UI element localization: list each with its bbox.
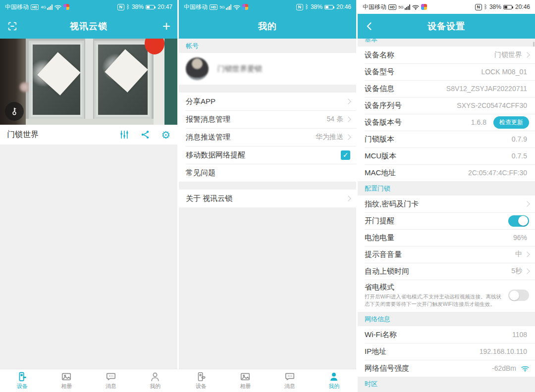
toggle-on[interactable]: [508, 215, 529, 227]
back-chevron-icon: [365, 21, 374, 31]
tab-label: 相册: [240, 383, 251, 390]
tab-messages[interactable]: 消息: [89, 369, 133, 392]
chevron-right-icon: [524, 268, 530, 274]
tab-mine[interactable]: 我的: [133, 369, 178, 392]
message-bubble-icon: [106, 371, 116, 382]
setting-firmware-version[interactable]: 设备版本号 1.6.8 检查更新: [358, 114, 535, 131]
setting-lock-version[interactable]: 门锁版本 0.7.9: [358, 131, 535, 147]
setting-power-save-mode[interactable]: 省电模式 打开后WiFi进入省电模式,不支持主动远程视频连接。离线状态下关闭需要…: [358, 280, 535, 312]
clock-label: 20:47: [158, 3, 172, 10]
setting-device-name[interactable]: 设备名称 门锁世界: [358, 47, 535, 63]
list-item-share-app[interactable]: 分享APP: [179, 93, 356, 110]
scan-icon: [7, 21, 18, 32]
emoji-app-icon: [242, 4, 248, 10]
emoji-app-icon: [63, 4, 69, 10]
setting-fingerprint-password-card[interactable]: 指纹,密码及门卡: [358, 196, 535, 212]
wifi-icon: [54, 4, 61, 10]
camera-preview[interactable]: [0, 39, 177, 125]
tab-messages[interactable]: 消息: [268, 369, 312, 392]
tab-album[interactable]: 相册: [45, 369, 89, 392]
scan-button[interactable]: [7, 14, 18, 39]
profile-name: 门锁世界爱锁: [217, 64, 262, 74]
setting-serial-number[interactable]: 设备序列号 SXYS-2C05474CFF30: [358, 97, 535, 114]
setting-prompt-volume[interactable]: 提示音音量 中: [358, 246, 535, 263]
setting-mac-address[interactable]: MAC地址 2C:05:47:4C:FF:30: [358, 164, 535, 181]
wifi-signal-icon: [521, 365, 529, 372]
list-item-faq[interactable]: 常见问题: [179, 164, 356, 182]
tab-bar: 设备 相册 消息 我的: [179, 369, 356, 392]
unlock-key-button[interactable]: [5, 102, 24, 121]
chevron-right-icon: [524, 52, 530, 57]
carrier-label: 中国移动: [5, 3, 29, 11]
back-button[interactable]: [365, 14, 374, 39]
setting-signal-strength[interactable]: 网络信号强度 -62dBm: [358, 360, 535, 377]
tab-label: 消息: [284, 383, 295, 390]
status-bar: 中国移动 HD 5G N ᛒ 38% 20:46: [179, 0, 356, 14]
person-icon: [150, 371, 160, 382]
battery-percent-label: 38%: [489, 3, 501, 10]
tab-mine[interactable]: 我的: [312, 369, 357, 392]
device-name-label: 门锁世界: [7, 130, 119, 140]
bluetooth-icon: ᛒ: [484, 4, 487, 10]
signal-bars-icon: [47, 4, 53, 10]
tab-label: 相册: [61, 383, 72, 390]
door-lock-icon: [196, 371, 207, 382]
network-type-label: 4G: [41, 5, 46, 9]
status-bar: 中国移动 HD 4G N ᛒ 38% 20:47: [0, 0, 177, 14]
camera-scene-window-post: [85, 39, 93, 125]
wifi-icon: [233, 4, 240, 10]
setting-mcu-version[interactable]: MCU版本 0.7.5: [358, 147, 535, 164]
nav-bar: 我的: [179, 14, 356, 39]
person-icon: [328, 371, 339, 382]
setting-auto-lock-time[interactable]: 自动上锁时间 5秒: [358, 263, 535, 280]
page-title: 视讯云锁: [70, 20, 107, 32]
device-list-item[interactable]: 门锁世界 ⚙: [0, 125, 177, 145]
chevron-right-icon: [345, 116, 351, 122]
camera-scene-sill: [26, 119, 164, 125]
signal-bars-icon: [226, 4, 231, 10]
profile-row[interactable]: 门锁世界爱锁: [179, 53, 356, 85]
adjust-settings-button[interactable]: [119, 130, 129, 140]
panel-devices: 中国移动 HD 4G N ᛒ 38% 20:47 视讯云锁 +: [0, 0, 177, 392]
section-basic: 基本: [358, 39, 535, 47]
screen: 中国移动 HD 4G N ᛒ 38% 20:47 视讯云锁 +: [0, 0, 535, 392]
nav-bar: 视讯云锁 +: [0, 14, 177, 39]
battery-icon: [146, 5, 155, 9]
toggle-off[interactable]: [508, 290, 529, 301]
chevron-right-icon: [524, 251, 530, 257]
bluetooth-icon: ᛒ: [305, 4, 309, 10]
setting-device-info[interactable]: 设备信息 S8V12_ZSYJAF20220711: [358, 80, 535, 97]
tab-devices[interactable]: 设备: [179, 369, 223, 392]
list-item-alarm-messages[interactable]: 报警消息管理 54 条: [179, 110, 356, 128]
tab-devices[interactable]: 设备: [0, 369, 45, 392]
tab-label: 消息: [106, 383, 116, 390]
setting-battery-level[interactable]: 电池电量 96%: [358, 229, 535, 246]
share-icon: [140, 130, 150, 140]
list-item-mobile-data-reminder[interactable]: 移动数据网络提醒 ✓: [179, 146, 356, 164]
hd-badge: HD: [210, 4, 217, 10]
setting-open-door-reminder[interactable]: 开门提醒: [358, 212, 535, 229]
battery-percent-label: 38%: [311, 3, 322, 10]
photo-icon: [61, 371, 72, 382]
plus-icon: +: [162, 19, 170, 33]
clock-label: 20:46: [336, 3, 351, 10]
panel-mine: 中国移动 HD 5G N ᛒ 38% 20:46 我的 帐号 门锁世界爱锁: [179, 0, 356, 392]
camera-scene-window-right: [94, 41, 152, 119]
tab-album[interactable]: 相册: [223, 369, 268, 392]
checkbox-checked[interactable]: ✓: [341, 150, 350, 160]
list-item-about[interactable]: 关于 视讯云锁: [179, 190, 356, 207]
tab-label: 设备: [17, 383, 28, 390]
list-item-push-management[interactable]: 消息推送管理 华为推送: [179, 128, 356, 146]
share-device-button[interactable]: [140, 130, 150, 140]
network-type-label: 5G: [398, 5, 404, 9]
nav-bar: 设备设置: [358, 14, 535, 39]
setting-wifi-name[interactable]: Wi-Fi名称 1108: [358, 326, 535, 343]
page-title: 我的: [258, 20, 277, 32]
setting-ip-address[interactable]: IP地址 192.168.10.110: [358, 343, 535, 360]
add-device-button[interactable]: +: [162, 14, 170, 39]
avatar: [186, 57, 209, 80]
battery-percent-label: 38%: [132, 3, 144, 10]
setting-device-model[interactable]: 设备型号 LOCK M08_01: [358, 63, 535, 80]
device-settings-button[interactable]: ⚙: [161, 130, 170, 140]
check-update-button[interactable]: 检查更新: [493, 116, 529, 129]
